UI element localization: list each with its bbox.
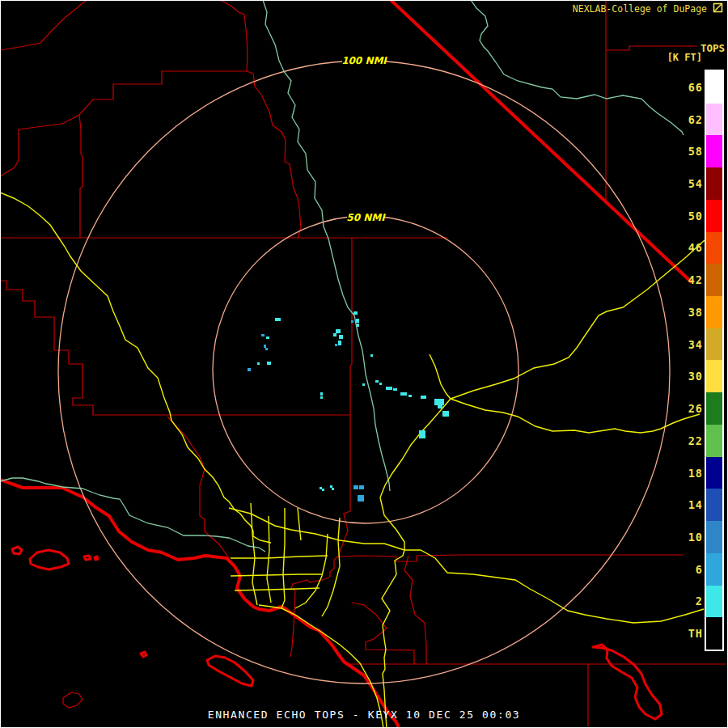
colorbar-block-22 xyxy=(706,425,722,457)
radar-echo xyxy=(267,362,271,365)
radar-echo xyxy=(434,399,444,405)
county-boundary xyxy=(79,115,83,238)
colorbar-label-38: 38 xyxy=(688,306,703,319)
county-boundary xyxy=(606,46,697,50)
highway xyxy=(451,240,705,399)
highway xyxy=(295,534,328,608)
colorbar-block-62 xyxy=(706,104,722,136)
radar-echo xyxy=(332,488,334,490)
range-ring-label: 100 NMI xyxy=(341,55,387,66)
radar-echo xyxy=(338,341,341,345)
range-ring-label: 50 NMI xyxy=(346,212,386,223)
radar-echo xyxy=(335,344,337,346)
colorbar-block-66 xyxy=(706,71,722,104)
radar-echo xyxy=(264,345,266,348)
highway xyxy=(231,574,322,576)
colorbar-label-34: 34 xyxy=(688,338,703,351)
scale-units: [K FT] xyxy=(667,52,702,63)
radar-echo xyxy=(393,388,397,391)
radar-echo xyxy=(353,311,358,315)
island-outline xyxy=(63,692,83,708)
colorbar-block-34 xyxy=(706,328,722,361)
colorbar-block-54 xyxy=(706,167,722,200)
colorbar-block-2 xyxy=(706,586,722,618)
island-outline xyxy=(12,547,22,554)
colorbar-label-30: 30 xyxy=(688,370,703,383)
radar-echo xyxy=(248,368,251,371)
highway xyxy=(229,508,404,550)
radar-echo xyxy=(257,362,260,365)
colorbar-block-26 xyxy=(706,392,722,425)
radar-echo xyxy=(351,320,353,323)
radar-display: 100 NMI50 NMI NEXLAB-College of DuPage T… xyxy=(0,0,728,728)
colorbar-block-42 xyxy=(706,264,722,296)
highway xyxy=(235,588,320,590)
radar-echo xyxy=(356,319,359,323)
radar-echo xyxy=(322,489,324,491)
colorbar-label-18: 18 xyxy=(688,467,703,480)
colorbar-label-62: 62 xyxy=(688,113,703,126)
range-ring xyxy=(58,61,670,684)
island-outline xyxy=(30,550,69,569)
radar-echo xyxy=(320,487,322,489)
river xyxy=(263,0,390,491)
radar-echo xyxy=(362,383,365,386)
radar-echo xyxy=(261,334,265,336)
colorbar-label-66: 66 xyxy=(688,81,703,94)
colorbar-label-TH: TH xyxy=(688,627,703,640)
colorbar-label-22: 22 xyxy=(688,434,703,447)
radar-echo xyxy=(353,485,358,489)
county-boundary xyxy=(247,71,301,238)
radar-echo xyxy=(386,387,392,390)
colorbar-blocks xyxy=(705,70,724,651)
radar-echo xyxy=(358,495,364,502)
product-title: ENHANCED ECHO TOPS - KEYX 10 DEC 25 00:0… xyxy=(0,709,728,721)
box-diagonal-icon xyxy=(713,2,723,13)
radar-echo xyxy=(333,333,336,336)
radar-echo xyxy=(375,380,379,383)
highway xyxy=(380,399,451,550)
range-ring xyxy=(213,216,518,523)
colorbar-label-2: 2 xyxy=(696,595,703,607)
colorbar-label-58: 58 xyxy=(688,145,703,158)
highway xyxy=(281,508,285,608)
radar-echo xyxy=(330,485,332,488)
highway xyxy=(404,550,704,623)
radar-echo xyxy=(438,405,442,408)
county-boundary xyxy=(0,0,87,50)
radar-echo xyxy=(265,348,268,350)
radar-echo xyxy=(339,335,343,339)
colorbar-block-10 xyxy=(706,521,722,553)
colorbar-block-18 xyxy=(706,457,722,489)
highway xyxy=(231,556,328,558)
radar-echo xyxy=(320,392,323,396)
highway xyxy=(322,518,340,616)
colorbar-block-38 xyxy=(706,296,722,328)
radar-echo xyxy=(275,318,281,321)
county-boundary xyxy=(220,0,248,71)
colorbar-label-14: 14 xyxy=(688,498,703,511)
county-boundary xyxy=(350,238,352,511)
county-boundary xyxy=(0,281,350,415)
colorbar-block-46 xyxy=(706,232,722,265)
colorbar-block-14 xyxy=(706,489,722,521)
colorbar-block-6 xyxy=(706,553,722,586)
colorbar-label-54: 54 xyxy=(688,177,703,190)
county-boundary xyxy=(404,556,426,664)
highway xyxy=(430,354,451,399)
coastline xyxy=(0,480,399,728)
highway xyxy=(298,508,301,540)
radar-echo xyxy=(320,396,323,399)
colorbar-label-50: 50 xyxy=(688,210,703,222)
radar-echo xyxy=(408,395,412,397)
brand-text: NEXLAB-College of DuPage xyxy=(573,3,707,15)
radar-echo xyxy=(336,329,341,333)
radar-echo xyxy=(357,324,359,327)
colorbar-block-50 xyxy=(706,200,722,232)
county-boundary xyxy=(0,71,247,176)
radar-echo xyxy=(266,336,269,339)
colorbar-label-6: 6 xyxy=(696,563,703,576)
colorbar-block-58 xyxy=(706,135,722,167)
river xyxy=(471,0,684,135)
highway xyxy=(0,193,271,543)
